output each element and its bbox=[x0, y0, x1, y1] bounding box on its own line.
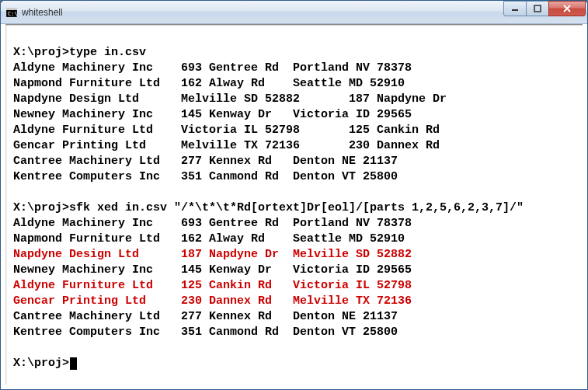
app-icon: C:\ bbox=[5, 6, 18, 19]
svg-text:C:\: C:\ bbox=[8, 11, 17, 17]
svg-rect-1 bbox=[6, 8, 17, 10]
svg-rect-3 bbox=[512, 9, 518, 11]
svg-rect-4 bbox=[534, 5, 541, 12]
cursor bbox=[70, 357, 77, 370]
close-button[interactable] bbox=[548, 1, 586, 16]
minimize-button[interactable] bbox=[503, 1, 527, 16]
window-controls bbox=[504, 1, 586, 16]
terminal-output: X:\proj>type in.csv Aldyne Machinery Inc… bbox=[13, 30, 575, 371]
maximize-button[interactable] bbox=[526, 1, 549, 16]
window-title: whiteshell bbox=[22, 7, 504, 18]
terminal-area[interactable]: X:\proj>type in.csv Aldyne Machinery Inc… bbox=[5, 24, 583, 385]
titlebar[interactable]: C:\ whiteshell bbox=[1, 1, 587, 24]
app-window: C:\ whiteshell X:\proj>type in.csv Aldyn… bbox=[0, 0, 588, 390]
